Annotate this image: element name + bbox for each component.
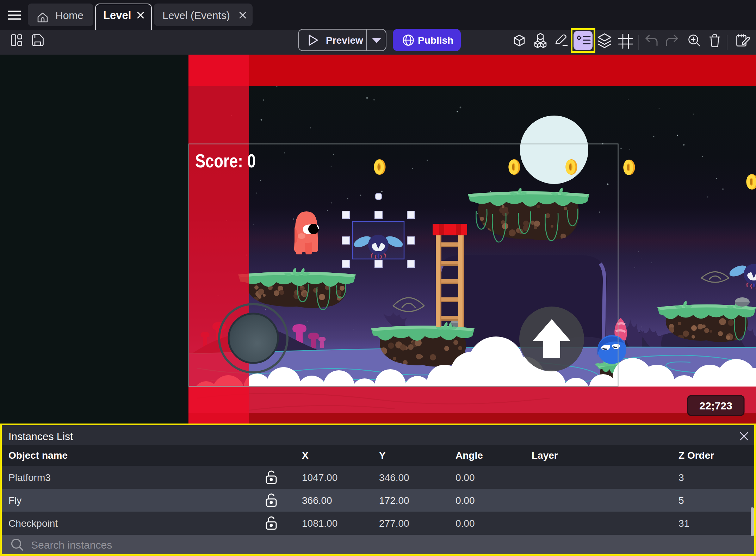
svg-text:Score: 0: Score: 0	[195, 150, 256, 171]
svg-text:22;723: 22;723	[699, 400, 732, 412]
